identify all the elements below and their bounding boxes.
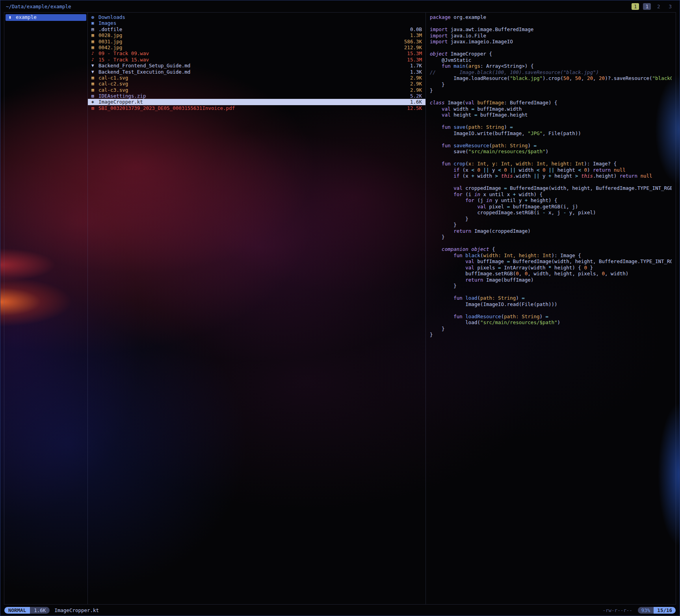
code-line: fun saveResource(path: String) = bbox=[430, 143, 672, 149]
code-line: fun save(path: String) = bbox=[430, 124, 672, 130]
image-file-icon: ▦ bbox=[91, 75, 98, 81]
code-line: } bbox=[430, 234, 672, 240]
terminal-window: ~/Data/example/example 1123 ▮example ◍Do… bbox=[0, 0, 680, 616]
file-row[interactable]: ◍Downloads bbox=[88, 14, 425, 20]
file-row[interactable]: ▦cal-c3.svg2.9K bbox=[88, 87, 425, 93]
status-bar-left: NORMAL 1.6K ImageCropper.kt bbox=[4, 607, 99, 614]
file-row[interactable]: ▣Images bbox=[88, 20, 425, 26]
file-size: 2.9K bbox=[410, 87, 422, 93]
tab-2[interactable]: 2 bbox=[655, 3, 663, 10]
code-line: save("src/main/resources/$path") bbox=[430, 148, 672, 155]
code-line: } bbox=[430, 87, 672, 94]
image-file-icon: ▦ bbox=[91, 87, 98, 93]
code-line: } bbox=[430, 283, 672, 289]
file-name: cal-c3.svg bbox=[98, 87, 406, 93]
tab-list: 1123 bbox=[632, 3, 674, 10]
code-line: return Image(croppedImage) bbox=[430, 228, 672, 234]
audio-file-icon: ♪ bbox=[91, 50, 98, 56]
file-name: 09 - Track 09.wav bbox=[98, 50, 403, 56]
code-line: } bbox=[430, 216, 672, 222]
kotlin-file-icon: ◈ bbox=[91, 99, 98, 105]
file-name: 0042.jpg bbox=[98, 45, 400, 50]
file-row[interactable]: ◈ImageCropper.kt1.6K bbox=[88, 99, 425, 105]
tab-1[interactable]: 1 bbox=[632, 3, 639, 10]
file-name: SBI_0032013739_2023_DE05_0003155631Invoi… bbox=[98, 105, 403, 111]
file-row[interactable]: ▧IDEAsettings.zip5.2K bbox=[88, 93, 425, 99]
file-row[interactable]: ▦0031.jpg586.3K bbox=[88, 39, 425, 45]
file-size: 1.3M bbox=[410, 32, 422, 38]
code-line bbox=[430, 136, 672, 143]
code-line: import javax.imageio.ImageIO bbox=[430, 39, 672, 45]
downloads-folder-icon: ◍ bbox=[91, 14, 98, 20]
code-line: for (i in x until x + width) { bbox=[430, 191, 672, 198]
code-line: fun main(args: Array<String>) { bbox=[430, 63, 672, 69]
code-line: class Image(val buffImage: BufferedImage… bbox=[430, 100, 672, 106]
status-bar: NORMAL 1.6K ImageCropper.kt -rw-r--r-- 9… bbox=[0, 605, 680, 616]
file-size: 1.6K bbox=[410, 99, 422, 105]
code-line: import java.awt.image.BufferedImage bbox=[430, 26, 672, 33]
folder-icon: ▮ bbox=[9, 14, 16, 21]
file-row[interactable]: ▼Backend_Frontend_Setup_Guide.md1.7K bbox=[88, 63, 425, 69]
file-row[interactable]: ▥SBI_0032013739_2023_DE05_0003155631Invo… bbox=[88, 105, 425, 111]
status-file-size: 1.6K bbox=[30, 607, 50, 614]
file-size: 212.9K bbox=[404, 45, 422, 50]
file-row[interactable]: ▼Backend_Test_Execution_Guide.md1.3K bbox=[88, 69, 425, 75]
code-line bbox=[430, 289, 672, 295]
code-line bbox=[430, 179, 672, 186]
code-line: croppedImage.setRGB(i - x, j - y, pixel) bbox=[430, 210, 672, 216]
code-line: val pixel = buffImage.getRGB(i, j) bbox=[430, 204, 672, 210]
file-size: 586.3K bbox=[404, 39, 422, 45]
code-line bbox=[430, 94, 672, 100]
file-name: cal-c2.svg bbox=[98, 81, 406, 87]
header-bar: ~/Data/example/example 1123 bbox=[0, 0, 680, 12]
code-line: package org.example bbox=[430, 14, 672, 20]
pdf-file-icon: ▥ bbox=[91, 105, 98, 111]
file-size: 1.3K bbox=[410, 69, 422, 75]
image-file-icon: ▦ bbox=[91, 32, 98, 38]
file-name: IDEAsettings.zip bbox=[98, 93, 406, 99]
markdown-file-icon: ▼ bbox=[91, 69, 98, 75]
status-cursor-position: 15/16 bbox=[654, 607, 676, 614]
code-line: val pixels = IntArray(width * height) { … bbox=[430, 265, 672, 271]
file-row[interactable]: ▦0028.jpg1.3M bbox=[88, 32, 425, 38]
code-line: @JvmStatic bbox=[430, 57, 672, 63]
status-bar-right: -rw-r--r-- 93% 15/16 bbox=[603, 607, 676, 614]
file-size: 1.7K bbox=[410, 63, 422, 69]
code-line: buffImage.setRGB(0, 0, width, height, pi… bbox=[430, 271, 672, 277]
tab-1[interactable]: 1 bbox=[643, 3, 651, 10]
code-line bbox=[430, 307, 672, 314]
file-row[interactable]: ▦cal-c2.svg2.9K bbox=[88, 81, 425, 87]
code-line bbox=[430, 20, 672, 27]
code-line: import java.io.File bbox=[430, 33, 672, 39]
file-size: 15.3M bbox=[407, 57, 422, 63]
code-line bbox=[430, 155, 672, 161]
file-row[interactable]: ▦0042.jpg212.9K bbox=[88, 45, 425, 50]
code-line: Image.loadResource("black.jpg").crop(50,… bbox=[430, 75, 672, 82]
code-line: companion object { bbox=[430, 246, 672, 252]
mode-badge: NORMAL bbox=[4, 607, 30, 614]
file-row[interactable]: ▦cal-c1.svg2.9K bbox=[88, 75, 425, 81]
audio-file-icon: ♪ bbox=[91, 57, 98, 63]
markdown-file-icon: ▼ bbox=[91, 63, 98, 69]
file-name: .dotfile bbox=[98, 26, 406, 32]
directory-name: example bbox=[16, 14, 37, 21]
parent-directory-pane: ▮example bbox=[4, 13, 88, 604]
file-name: Backend_Test_Execution_Guide.md bbox=[98, 69, 406, 75]
file-icon: ▤ bbox=[91, 26, 98, 32]
status-file-name: ImageCropper.kt bbox=[54, 607, 99, 613]
code-line: } bbox=[430, 332, 672, 338]
file-row[interactable]: ♪15 - Track 15.wav15.3M bbox=[88, 57, 425, 63]
file-name: Backend_Frontend_Setup_Guide.md bbox=[98, 63, 406, 69]
tab-3[interactable]: 3 bbox=[666, 3, 674, 10]
code-line: Image(ImageIO.read(File(path))) bbox=[430, 301, 672, 308]
code-line: val croppedImage = BufferedImage(width, … bbox=[430, 185, 672, 191]
file-size: 15.3M bbox=[407, 50, 422, 56]
file-row[interactable]: ▤.dotfile0.0B bbox=[88, 26, 425, 32]
code-line bbox=[430, 240, 672, 247]
file-row[interactable]: ♪09 - Track 09.wav15.3M bbox=[88, 50, 425, 56]
file-name: 0028.jpg bbox=[98, 32, 406, 38]
code-line: object ImageCropper { bbox=[430, 51, 672, 57]
code-line: return Image(buffImage) bbox=[430, 277, 672, 283]
parent-directory-item[interactable]: ▮example bbox=[6, 14, 86, 21]
code-line bbox=[430, 45, 672, 51]
